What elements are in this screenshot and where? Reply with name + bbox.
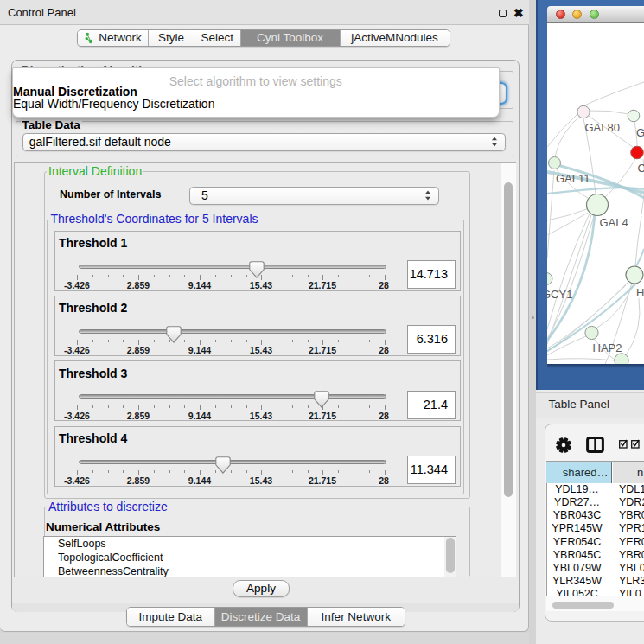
svg-text:GAL80: GAL80 xyxy=(585,121,620,134)
svg-text:GAL11: GAL11 xyxy=(556,172,590,185)
svg-text:HAP2: HAP2 xyxy=(593,341,622,354)
svg-text:GA: GA xyxy=(636,126,644,139)
svg-text:GCY1: GCY1 xyxy=(547,288,572,301)
svg-text:H: H xyxy=(636,286,644,299)
svg-text:C: C xyxy=(638,162,644,175)
svg-text:GAL4: GAL4 xyxy=(600,216,628,229)
